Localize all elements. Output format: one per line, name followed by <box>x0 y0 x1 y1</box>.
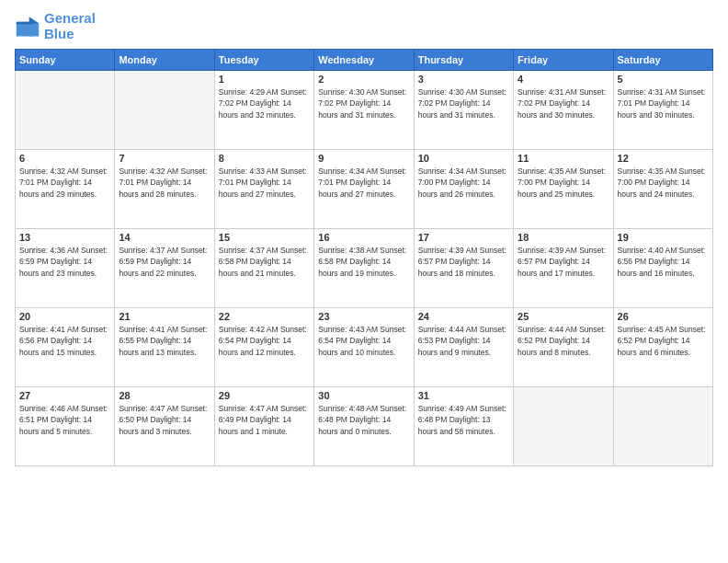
weekday-header-thursday: Thursday <box>414 50 513 71</box>
calendar-cell: 6Sunrise: 4:32 AM Sunset: 7:01 PM Daylig… <box>16 150 115 229</box>
calendar-cell: 22Sunrise: 4:42 AM Sunset: 6:54 PM Dayli… <box>214 308 313 387</box>
day-info: Sunrise: 4:47 AM Sunset: 6:49 PM Dayligh… <box>219 403 310 437</box>
day-number: 4 <box>518 74 609 85</box>
day-number: 1 <box>219 74 310 85</box>
day-info: Sunrise: 4:43 AM Sunset: 6:54 PM Dayligh… <box>318 324 409 358</box>
day-number: 5 <box>618 74 709 85</box>
day-info: Sunrise: 4:44 AM Sunset: 6:52 PM Dayligh… <box>518 324 609 358</box>
calendar-cell <box>16 71 115 150</box>
day-info: Sunrise: 4:36 AM Sunset: 6:59 PM Dayligh… <box>19 245 110 279</box>
day-number: 21 <box>119 311 210 322</box>
calendar-cell: 13Sunrise: 4:36 AM Sunset: 6:59 PM Dayli… <box>16 229 115 308</box>
day-number: 14 <box>119 232 210 243</box>
day-info: Sunrise: 4:37 AM Sunset: 6:59 PM Dayligh… <box>119 245 210 279</box>
day-number: 11 <box>518 153 609 164</box>
calendar-cell: 2Sunrise: 4:30 AM Sunset: 7:02 PM Daylig… <box>314 71 414 150</box>
day-info: Sunrise: 4:34 AM Sunset: 7:00 PM Dayligh… <box>418 166 509 200</box>
calendar-cell: 20Sunrise: 4:41 AM Sunset: 6:56 PM Dayli… <box>16 308 115 387</box>
day-number: 25 <box>518 311 609 322</box>
calendar-cell: 10Sunrise: 4:34 AM Sunset: 7:00 PM Dayli… <box>414 150 513 229</box>
calendar-cell: 21Sunrise: 4:41 AM Sunset: 6:55 PM Dayli… <box>115 308 214 387</box>
day-number: 2 <box>318 74 409 85</box>
day-number: 17 <box>418 232 509 243</box>
calendar-cell: 23Sunrise: 4:43 AM Sunset: 6:54 PM Dayli… <box>314 308 414 387</box>
calendar-cell: 3Sunrise: 4:30 AM Sunset: 7:02 PM Daylig… <box>414 71 513 150</box>
weekday-header-friday: Friday <box>514 50 613 71</box>
day-info: Sunrise: 4:30 AM Sunset: 7:02 PM Dayligh… <box>418 86 509 121</box>
calendar-cell: 24Sunrise: 4:44 AM Sunset: 6:53 PM Dayli… <box>414 308 513 387</box>
logo: General Blue <box>15 11 96 41</box>
day-info: Sunrise: 4:35 AM Sunset: 7:00 PM Dayligh… <box>518 166 609 200</box>
calendar-cell: 4Sunrise: 4:31 AM Sunset: 7:02 PM Daylig… <box>514 71 613 150</box>
calendar-cell: 11Sunrise: 4:35 AM Sunset: 7:00 PM Dayli… <box>514 150 613 229</box>
calendar-cell: 18Sunrise: 4:39 AM Sunset: 6:57 PM Dayli… <box>514 229 613 308</box>
calendar-cell: 28Sunrise: 4:47 AM Sunset: 6:50 PM Dayli… <box>115 387 214 466</box>
day-info: Sunrise: 4:32 AM Sunset: 7:01 PM Dayligh… <box>19 166 110 200</box>
day-info: Sunrise: 4:49 AM Sunset: 6:48 PM Dayligh… <box>418 403 509 437</box>
day-number: 13 <box>19 232 110 243</box>
day-number: 3 <box>418 74 509 85</box>
calendar-cell: 15Sunrise: 4:37 AM Sunset: 6:58 PM Dayli… <box>214 229 313 308</box>
week-row-2: 13Sunrise: 4:36 AM Sunset: 6:59 PM Dayli… <box>16 229 713 308</box>
day-info: Sunrise: 4:41 AM Sunset: 6:56 PM Dayligh… <box>19 324 110 358</box>
svg-rect-4 <box>17 21 33 24</box>
day-info: Sunrise: 4:29 AM Sunset: 7:02 PM Dayligh… <box>219 86 310 121</box>
calendar-cell: 5Sunrise: 4:31 AM Sunset: 7:01 PM Daylig… <box>613 71 712 150</box>
day-info: Sunrise: 4:42 AM Sunset: 6:54 PM Dayligh… <box>219 324 310 358</box>
week-row-4: 27Sunrise: 4:46 AM Sunset: 6:51 PM Dayli… <box>16 387 713 466</box>
day-info: Sunrise: 4:47 AM Sunset: 6:50 PM Dayligh… <box>119 403 210 437</box>
day-info: Sunrise: 4:46 AM Sunset: 6:51 PM Dayligh… <box>19 403 110 437</box>
calendar-cell: 9Sunrise: 4:34 AM Sunset: 7:01 PM Daylig… <box>314 150 414 229</box>
day-number: 28 <box>119 390 210 401</box>
calendar-cell <box>514 387 613 466</box>
day-info: Sunrise: 4:34 AM Sunset: 7:01 PM Dayligh… <box>318 166 409 200</box>
day-number: 26 <box>618 311 709 322</box>
weekday-header-saturday: Saturday <box>613 50 712 71</box>
day-info: Sunrise: 4:31 AM Sunset: 7:02 PM Dayligh… <box>518 86 609 121</box>
calendar-cell: 14Sunrise: 4:37 AM Sunset: 6:59 PM Dayli… <box>115 229 214 308</box>
day-number: 29 <box>219 390 310 401</box>
day-info: Sunrise: 4:38 AM Sunset: 6:58 PM Dayligh… <box>318 245 409 279</box>
day-number: 9 <box>318 153 409 164</box>
weekday-header-wednesday: Wednesday <box>314 50 414 71</box>
calendar-cell: 27Sunrise: 4:46 AM Sunset: 6:51 PM Dayli… <box>16 387 115 466</box>
weekday-header-sunday: Sunday <box>16 50 115 71</box>
calendar-cell: 29Sunrise: 4:47 AM Sunset: 6:49 PM Dayli… <box>214 387 313 466</box>
day-info: Sunrise: 4:44 AM Sunset: 6:53 PM Dayligh… <box>418 324 509 358</box>
day-number: 27 <box>19 390 110 401</box>
week-row-3: 20Sunrise: 4:41 AM Sunset: 6:56 PM Dayli… <box>16 308 713 387</box>
day-info: Sunrise: 4:39 AM Sunset: 6:57 PM Dayligh… <box>418 245 509 279</box>
day-info: Sunrise: 4:39 AM Sunset: 6:57 PM Dayligh… <box>518 245 609 279</box>
day-number: 16 <box>318 232 409 243</box>
day-info: Sunrise: 4:40 AM Sunset: 6:56 PM Dayligh… <box>618 245 709 279</box>
calendar-cell: 17Sunrise: 4:39 AM Sunset: 6:57 PM Dayli… <box>414 229 513 308</box>
calendar-cell: 16Sunrise: 4:38 AM Sunset: 6:58 PM Dayli… <box>314 229 414 308</box>
week-row-0: 1Sunrise: 4:29 AM Sunset: 7:02 PM Daylig… <box>16 71 713 150</box>
calendar-cell: 31Sunrise: 4:49 AM Sunset: 6:48 PM Dayli… <box>414 387 513 466</box>
day-info: Sunrise: 4:31 AM Sunset: 7:01 PM Dayligh… <box>618 86 709 121</box>
day-number: 23 <box>318 311 409 322</box>
header: General Blue <box>15 11 713 41</box>
day-info: Sunrise: 4:41 AM Sunset: 6:55 PM Dayligh… <box>119 324 210 358</box>
calendar-cell: 30Sunrise: 4:48 AM Sunset: 6:48 PM Dayli… <box>314 387 414 466</box>
day-number: 19 <box>618 232 709 243</box>
week-row-1: 6Sunrise: 4:32 AM Sunset: 7:01 PM Daylig… <box>16 150 713 229</box>
weekday-header-monday: Monday <box>115 50 214 71</box>
calendar-cell: 8Sunrise: 4:33 AM Sunset: 7:01 PM Daylig… <box>214 150 313 229</box>
day-number: 31 <box>418 390 509 401</box>
day-number: 15 <box>219 232 310 243</box>
logo-line1: General <box>44 11 96 27</box>
day-info: Sunrise: 4:33 AM Sunset: 7:01 PM Dayligh… <box>219 166 310 200</box>
day-number: 12 <box>618 153 709 164</box>
page: General Blue SundayMondayTuesdayWednesda… <box>0 0 728 563</box>
calendar-cell <box>115 71 214 150</box>
day-info: Sunrise: 4:32 AM Sunset: 7:01 PM Dayligh… <box>119 166 210 200</box>
weekday-header-tuesday: Tuesday <box>214 50 313 71</box>
logo-line2: Blue <box>44 27 96 42</box>
day-number: 6 <box>19 153 110 164</box>
day-info: Sunrise: 4:37 AM Sunset: 6:58 PM Dayligh… <box>219 245 310 279</box>
calendar-cell: 1Sunrise: 4:29 AM Sunset: 7:02 PM Daylig… <box>214 71 313 150</box>
day-number: 18 <box>518 232 609 243</box>
day-number: 22 <box>219 311 310 322</box>
day-info: Sunrise: 4:30 AM Sunset: 7:02 PM Dayligh… <box>318 86 409 121</box>
